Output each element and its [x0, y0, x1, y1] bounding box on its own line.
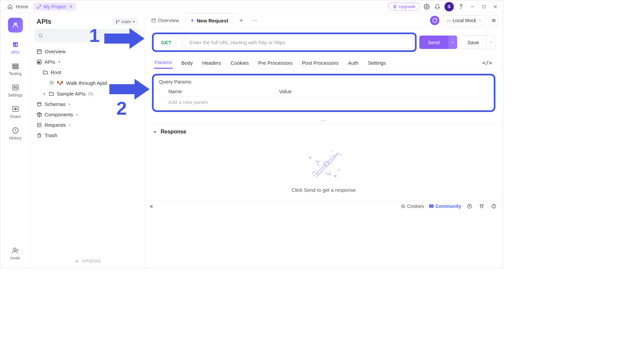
project-close-icon[interactable]: ✕ — [69, 4, 73, 9]
svg-text:96: 96 — [38, 61, 40, 63]
param-name-input[interactable] — [168, 99, 479, 105]
req-tab-post[interactable]: Post Processors — [301, 57, 339, 68]
search-icon — [38, 33, 43, 38]
upgrade-button[interactable]: Upgrade — [388, 3, 420, 10]
tree-trash-label: Trash — [45, 132, 57, 138]
code-view-icon[interactable]: </> — [482, 60, 493, 66]
testing-icon — [11, 62, 19, 70]
svg-rect-6 — [14, 45, 15, 46]
req-tab-settings[interactable]: Settings — [367, 57, 386, 68]
svg-point-22 — [116, 22, 117, 23]
rail-history-label: History — [9, 136, 21, 140]
svg-rect-26 — [37, 50, 41, 54]
pin-icon[interactable] — [457, 3, 465, 11]
save-dropdown[interactable] — [486, 36, 495, 49]
upgrade-icon — [392, 4, 397, 9]
rail-history[interactable]: History — [0, 124, 30, 143]
nav-rail: APIs Testing Settings Share — [0, 13, 31, 268]
window-close-icon[interactable] — [491, 3, 499, 11]
bolt-icon — [190, 18, 195, 23]
url-input[interactable] — [185, 36, 412, 49]
tree-apis-label: APIs — [45, 59, 55, 65]
tab-more-icon[interactable] — [251, 17, 258, 24]
app-window: Home My Project ✕ Upgrade — [0, 0, 503, 268]
tree-requests[interactable]: Requests — [33, 120, 142, 130]
response-header[interactable]: Response — [153, 129, 495, 135]
window-maximize-icon[interactable] — [480, 3, 488, 11]
bb-community[interactable]: Community — [429, 204, 461, 209]
tree-apis[interactable]: 96 APIs — [33, 57, 142, 67]
svg-rect-8 — [12, 64, 18, 65]
rail-settings[interactable]: Settings — [0, 81, 30, 100]
app-logo[interactable] — [8, 18, 23, 33]
tree-overview-label: Overview — [45, 49, 66, 54]
rail-share[interactable]: Share — [0, 102, 30, 122]
svg-point-52 — [493, 207, 494, 207]
window-minimize-icon[interactable] — [469, 3, 477, 11]
tree-root[interactable]: Root — [33, 67, 142, 77]
svg-point-45 — [402, 206, 403, 206]
bb-cookies[interactable]: Cookies — [401, 204, 424, 209]
svg-rect-11 — [12, 85, 18, 90]
query-params-highlight: Query Params Name Value — [152, 74, 495, 112]
add-tab-icon[interactable] — [237, 17, 245, 24]
response-section: Response — [145, 124, 503, 200]
tree-components-label: Components — [45, 112, 73, 117]
rail-apis[interactable]: APIs — [0, 38, 30, 57]
sidebar-title: APIs — [37, 18, 51, 25]
req-tab-auth[interactable]: Auth — [347, 57, 359, 68]
svg-rect-31 — [152, 18, 156, 22]
svg-point-0 — [426, 6, 428, 7]
folder-icon — [49, 91, 54, 97]
params-header: Name Value — [158, 87, 490, 97]
svg-point-42 — [310, 157, 311, 158]
response-hint: Click Send to get a response — [291, 187, 356, 193]
resize-handle[interactable]: ⋯ — [145, 117, 503, 124]
annotation-2-number: 2 — [116, 99, 127, 118]
rail-invite[interactable]: Invite — [0, 244, 30, 263]
svg-point-48 — [430, 206, 431, 206]
rocket-illustration — [300, 144, 347, 184]
svg-rect-10 — [12, 68, 18, 69]
home-icon — [6, 3, 14, 10]
bb-upload-icon[interactable] — [466, 203, 473, 210]
collapse-sidebar-icon[interactable]: « — [150, 203, 153, 209]
menu-icon[interactable] — [489, 15, 499, 25]
settings-gear-icon[interactable] — [423, 3, 430, 10]
svg-point-47 — [403, 207, 403, 207]
method-select[interactable]: GET — [156, 36, 182, 49]
svg-point-46 — [404, 206, 404, 207]
rail-testing[interactable]: Testing — [0, 59, 30, 79]
query-params-title: Query Params — [158, 77, 490, 87]
tree-root-label: Root — [51, 69, 61, 75]
user-avatar[interactable]: S — [444, 2, 454, 11]
req-tab-pre[interactable]: Pre Processors — [258, 57, 293, 68]
bb-tshirt-icon[interactable] — [478, 203, 485, 210]
environment-select[interactable]: Lo Local Mock — [443, 15, 485, 26]
rail-settings-label: Settings — [8, 93, 22, 98]
params-new-row[interactable] — [158, 97, 490, 108]
notifications-bell-icon[interactable] — [434, 3, 441, 10]
request-row: GET Send Save — [145, 28, 503, 57]
bb-help-icon[interactable] — [490, 203, 497, 210]
tab-overview[interactable]: Overview — [147, 13, 184, 27]
req-tab-body[interactable]: Body — [181, 57, 194, 68]
req-tab-params[interactable]: Params — [154, 57, 173, 69]
refresh-button[interactable] — [430, 16, 439, 25]
tree-trash[interactable]: Trash — [33, 130, 142, 140]
branch-selector[interactable]: main — [113, 18, 138, 25]
env-prefix: Lo — [446, 18, 450, 22]
svg-rect-5 — [13, 42, 18, 47]
send-button[interactable]: Send — [419, 36, 448, 49]
home-tab[interactable]: Home — [4, 2, 31, 12]
req-tab-headers[interactable]: Headers — [202, 57, 222, 68]
tab-new-request[interactable]: New Request — [185, 13, 233, 27]
tree-sample-count: (5) — [88, 91, 94, 96]
send-dropdown[interactable] — [448, 36, 457, 49]
project-tab[interactable]: My Project ✕ — [34, 3, 76, 11]
markdown-icon: M — [49, 81, 54, 85]
save-button[interactable]: Save — [460, 36, 486, 49]
svg-point-18 — [13, 248, 16, 250]
req-tab-cookies[interactable]: Cookies — [230, 57, 250, 68]
url-bar-highlight: GET — [152, 33, 417, 52]
